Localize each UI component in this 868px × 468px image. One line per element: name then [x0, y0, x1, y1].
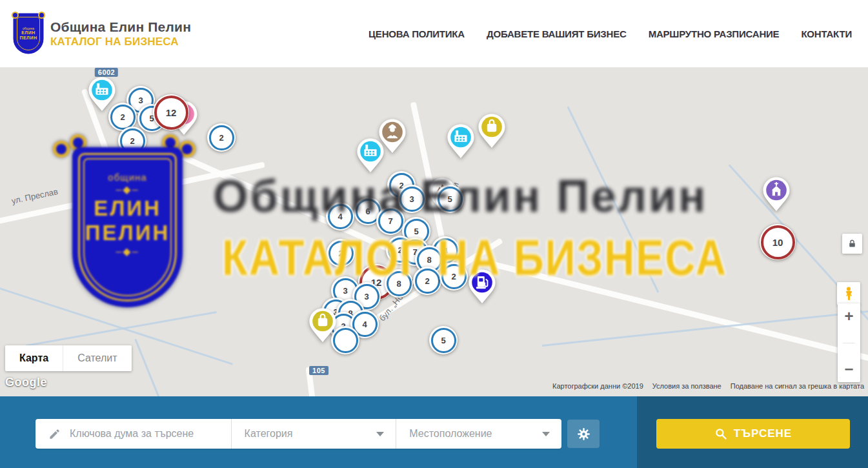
watermark-crest-logo: община –◆– ЕЛИН ПЕЛИН –◆–	[53, 139, 196, 309]
gear-icon	[577, 427, 590, 441]
main-nav: ЦЕНОВА ПОЛИТИКА ДОБАВЕТЕ ВАШИЯТ БИЗНЕС М…	[368, 0, 852, 67]
map-pin-marker[interactable]	[468, 269, 496, 307]
nav-item-route-schedule[interactable]: МАРШРУТНО РАЗПИСАНИЕ	[649, 28, 780, 39]
search-field-group: Категория Местоположение	[35, 419, 561, 449]
zoom-out-button[interactable]: −	[838, 361, 860, 377]
keyword-field[interactable]	[35, 419, 231, 449]
road-number-badge: 105	[309, 366, 328, 375]
attribution-terms-link[interactable]: Условия за ползване	[652, 382, 722, 390]
map-cluster-marker[interactable]: 2	[413, 267, 441, 295]
map-cluster-marker[interactable]: 5	[429, 326, 458, 354]
map-cluster-marker[interactable]: 4	[326, 202, 354, 230]
nav-item-pricing[interactable]: ЦЕНОВА ПОЛИТИКА	[368, 28, 465, 39]
site-header: община ЕЛИН ПЕЛИН Община Елин Пелин КАТА…	[0, 0, 868, 68]
municipality-crest-logo: община ЕЛИН ПЕЛИН	[14, 14, 43, 53]
map-type-control: Карта Сателит	[5, 345, 132, 371]
site-brand[interactable]: община ЕЛИН ПЕЛИН Община Елин Пелин КАТА…	[14, 14, 191, 53]
map-cluster-marker[interactable]: 10	[760, 224, 796, 260]
google-logo[interactable]: Google	[5, 376, 47, 389]
map-pin-marker[interactable]	[447, 123, 475, 162]
map-pin-marker[interactable]	[88, 76, 116, 115]
attribution-copyright: Картографски данни ©2019	[552, 382, 643, 390]
advanced-options-button[interactable]	[567, 420, 600, 448]
fullscreen-lock-button[interactable]	[842, 234, 862, 254]
zoom-in-button[interactable]: +	[838, 309, 860, 324]
map-cluster-marker[interactable]: 5	[436, 185, 464, 213]
street-label: ул. Преслав	[10, 187, 59, 206]
map-pin-marker[interactable]	[478, 113, 506, 152]
map-pin-marker[interactable]	[308, 307, 337, 346]
chevron-down-icon	[542, 432, 550, 436]
site-subtitle: КАТАЛОГ НА БИЗНЕСА	[50, 35, 191, 48]
map-attribution: Картографски данни ©2019 Условия за полз…	[552, 382, 864, 390]
site-title: Община Елин Пелин	[50, 19, 191, 35]
map-type-satellite-button[interactable]: Сателит	[63, 345, 131, 371]
search-button-panel: ТЪРСЕНЕ	[637, 396, 868, 468]
map-pin-marker[interactable]	[762, 176, 791, 215]
map-pin-marker[interactable]	[356, 137, 385, 176]
search-icon	[714, 427, 727, 440]
lock-icon	[847, 238, 858, 249]
attribution-report-link[interactable]: Подаване на сигнал за грешка в картата	[731, 382, 864, 390]
zoom-control: + −	[838, 303, 860, 382]
chevron-down-icon	[376, 432, 384, 436]
keyword-search-input[interactable]	[68, 427, 213, 440]
map-cluster-marker[interactable]: 8	[385, 269, 413, 298]
google-map[interactable]: ул. Преславциибул. „Новосел 6002105 3251…	[0, 67, 868, 396]
pegman-control[interactable]	[837, 282, 860, 305]
map-cluster-marker[interactable]: 3	[398, 185, 426, 213]
map-cluster-marker[interactable]: 2	[207, 123, 236, 152]
location-select[interactable]: Местоположение	[396, 419, 561, 449]
nav-item-contacts[interactable]: КОНТАКТИ	[801, 28, 852, 39]
map-type-map-button[interactable]: Карта	[5, 345, 63, 371]
map-cluster-marker[interactable]: 12	[153, 94, 189, 130]
category-select[interactable]: Категория	[232, 419, 396, 449]
map-cluster-marker[interactable]: 7	[376, 207, 405, 235]
map-cluster-marker[interactable]: 2	[327, 239, 355, 267]
nav-item-add-business[interactable]: ДОБАВЕТЕ ВАШИЯТ БИЗНЕС	[487, 28, 627, 39]
map-cluster-marker[interactable]: 2	[118, 127, 146, 155]
search-submit-button[interactable]: ТЪРСЕНЕ	[656, 419, 850, 449]
map-cluster-marker[interactable]: 2	[439, 262, 468, 290]
pencil-icon	[48, 428, 61, 440]
pegman-icon	[841, 286, 856, 301]
search-bar: Категория Местоположение	[0, 396, 868, 468]
